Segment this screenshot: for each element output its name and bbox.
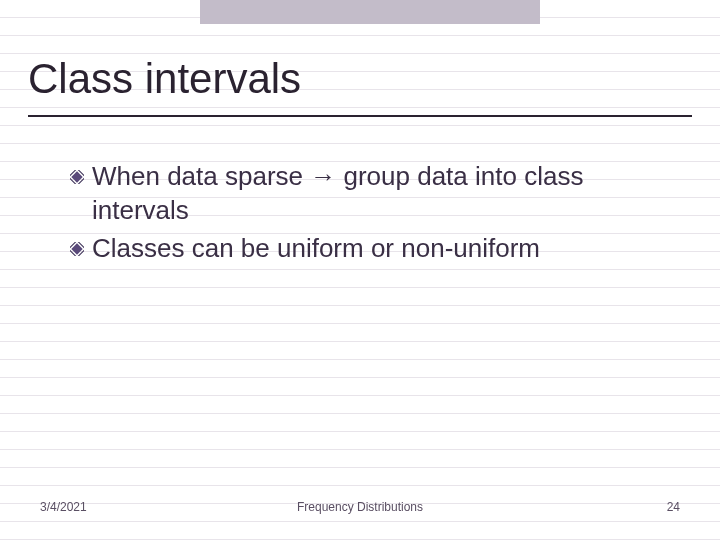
diamond-bullet-icon	[70, 170, 84, 188]
content-area: When data sparse → group data into class…	[70, 160, 670, 269]
bullet-text: When data sparse → group data into class…	[92, 160, 670, 228]
diamond-bullet-icon	[70, 242, 84, 260]
top-accent-bar	[200, 0, 540, 24]
bullet-text: Classes can be uniform or non-uniform	[92, 232, 540, 266]
slide-title: Class intervals	[28, 55, 692, 113]
footer-title: Frequency Distributions	[0, 500, 720, 514]
footer-page-number: 24	[667, 500, 680, 514]
list-item: Classes can be uniform or non-uniform	[70, 232, 670, 266]
title-underline	[28, 115, 692, 117]
title-area: Class intervals	[28, 55, 692, 117]
list-item: When data sparse → group data into class…	[70, 160, 670, 228]
footer: 3/4/2021 Frequency Distributions 24	[0, 500, 720, 520]
slide: Class intervals When data sparse → group…	[0, 0, 720, 540]
